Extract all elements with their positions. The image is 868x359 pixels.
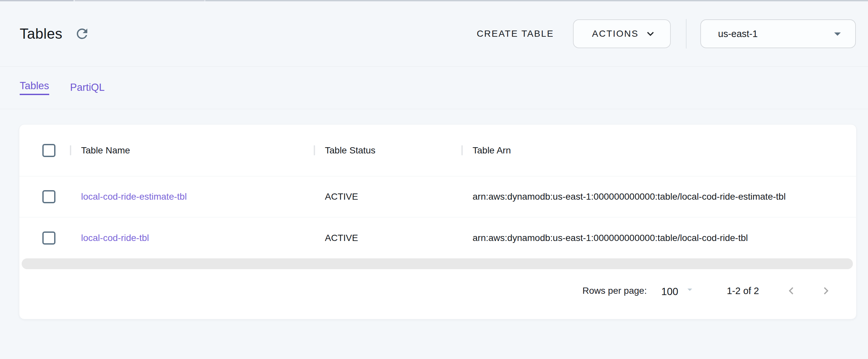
column-header-label: Table Name bbox=[81, 145, 130, 156]
table-status: ACTIVE bbox=[325, 233, 358, 243]
select-all-checkbox[interactable] bbox=[42, 144, 56, 157]
table-name-cell: local-cod-ride-estimate-tbl bbox=[63, 192, 307, 202]
row-checkbox-cell bbox=[19, 190, 63, 203]
refresh-button[interactable] bbox=[73, 25, 91, 43]
dynamodb-admin-page: Tables CREATE TABLE ACTIONS us-east-1 bbox=[0, 0, 868, 319]
refresh-icon bbox=[74, 26, 90, 42]
region-select-value: us-east-1 bbox=[718, 29, 758, 39]
actions-button[interactable]: ACTIONS bbox=[573, 19, 671, 48]
create-table-button[interactable]: CREATE TABLE bbox=[473, 23, 557, 45]
table-status: ACTIVE bbox=[325, 192, 358, 202]
pagination-bar: Rows per page: 100 1-2 of 2 bbox=[19, 269, 856, 319]
table-name-link[interactable]: local-cod-ride-estimate-tbl bbox=[81, 192, 187, 202]
actions-button-label: ACTIONS bbox=[592, 29, 639, 39]
region-select[interactable]: us-east-1 bbox=[700, 19, 856, 48]
tab-partiql[interactable]: PartiQL bbox=[70, 82, 105, 93]
header-left: Tables bbox=[20, 25, 91, 43]
rows-per-page-value: 100 bbox=[661, 286, 678, 298]
tables-card: Table Name Table Status Table Arn local-… bbox=[19, 124, 857, 319]
header-right: CREATE TABLE ACTIONS us-east-1 bbox=[473, 19, 856, 48]
table-arn-cell: arn:aws:dynamodb:us-east-1:000000000000:… bbox=[454, 233, 856, 243]
column-header-table-name: Table Name bbox=[63, 145, 307, 156]
table-arn-cell: arn:aws:dynamodb:us-east-1:000000000000:… bbox=[454, 192, 856, 202]
table-row: local-cod-ride-estimate-tbl ACTIVE arn:a… bbox=[19, 176, 856, 217]
pagination-range: 1-2 of 2 bbox=[727, 286, 759, 296]
table-name-link[interactable]: local-cod-ride-tbl bbox=[81, 233, 149, 243]
next-page-button[interactable] bbox=[818, 283, 834, 299]
chevron-down-icon bbox=[644, 27, 657, 40]
row-checkbox[interactable] bbox=[42, 190, 56, 203]
rows-per-page-label: Rows per page: bbox=[583, 286, 647, 296]
column-divider bbox=[461, 145, 463, 155]
table-arn: arn:aws:dynamodb:us-east-1:000000000000:… bbox=[472, 233, 748, 243]
header-checkbox-cell bbox=[19, 144, 63, 157]
main-content: Table Name Table Status Table Arn local-… bbox=[0, 109, 868, 319]
table-name-cell: local-cod-ride-tbl bbox=[63, 233, 307, 243]
table-arn: arn:aws:dynamodb:us-east-1:000000000000:… bbox=[472, 192, 786, 202]
tab-tables[interactable]: Tables bbox=[20, 80, 49, 95]
table-status-cell: ACTIVE bbox=[307, 233, 454, 243]
table-row: local-cod-ride-tbl ACTIVE arn:aws:dynamo… bbox=[19, 217, 856, 258]
tabbar: Tables PartiQL bbox=[0, 67, 868, 109]
page-title: Tables bbox=[20, 26, 62, 42]
column-header-table-arn: Table Arn bbox=[454, 145, 856, 156]
horizontal-scrollbar-track bbox=[19, 258, 856, 269]
column-divider bbox=[314, 145, 315, 155]
rows-per-page-select[interactable]: 100 bbox=[661, 284, 695, 298]
horizontal-scrollbar[interactable] bbox=[22, 258, 853, 269]
previous-page-button[interactable] bbox=[783, 283, 799, 299]
column-divider bbox=[70, 145, 71, 155]
table-status-cell: ACTIVE bbox=[307, 192, 454, 202]
caret-down-icon bbox=[830, 26, 845, 42]
chevron-right-icon bbox=[819, 284, 833, 298]
page-header: Tables CREATE TABLE ACTIONS us-east-1 bbox=[0, 1, 868, 67]
column-header-label: Table Status bbox=[325, 145, 375, 156]
header-divider bbox=[686, 19, 686, 48]
table-header-row: Table Name Table Status Table Arn bbox=[19, 125, 856, 176]
caret-down-icon bbox=[684, 284, 695, 295]
column-header-table-status: Table Status bbox=[307, 145, 454, 156]
column-header-label: Table Arn bbox=[472, 145, 511, 156]
row-checkbox[interactable] bbox=[42, 231, 56, 244]
row-checkbox-cell bbox=[19, 231, 63, 244]
chevron-left-icon bbox=[784, 284, 799, 298]
